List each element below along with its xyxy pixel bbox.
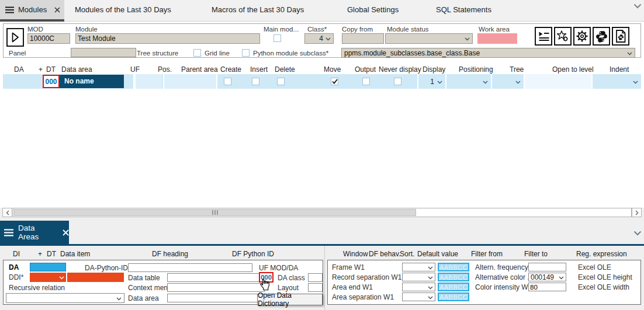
excel-ole-height-label: Excel OLE height: [578, 273, 632, 281]
checkmark-icon: [332, 79, 338, 84]
horizontal-scrollbar: [0, 208, 644, 218]
tab-label: Modules: [18, 5, 47, 14]
insert-checkbox[interactable]: [252, 78, 259, 85]
chevron-down-icon: [59, 273, 64, 281]
area-end-w1-select[interactable]: [402, 283, 435, 291]
chevron-down-icon[interactable]: [633, 229, 642, 238]
tab-data-areas[interactable]: Data Areas: [0, 221, 69, 244]
ddi-label: DDI*: [9, 273, 23, 281]
scrollbar-track[interactable]: [13, 208, 632, 217]
area-end-w1-label: Area end W1: [332, 283, 373, 291]
module-toolbar: [535, 27, 629, 46]
tab-global-settings[interactable]: Global Settings: [347, 5, 399, 14]
mod-field[interactable]: [27, 33, 70, 44]
context-menu-field[interactable]: [167, 283, 265, 292]
tab-sql-statements[interactable]: SQL Statements: [436, 5, 491, 14]
excel-ole-label: Excel OLE: [578, 263, 611, 271]
pane-splitter[interactable]: [324, 246, 325, 310]
chevron-right-icon: [635, 210, 639, 215]
panel-field[interactable]: [71, 48, 136, 57]
chevron-down-icon: [633, 78, 638, 86]
scrollbar-thumb[interactable]: [14, 209, 416, 216]
data-area-name-cell[interactable]: No name: [60, 75, 124, 88]
frame-w1-color-swatch[interactable]: AABBCC: [438, 263, 469, 271]
delete-checkbox[interactable]: [277, 78, 285, 85]
work-area-field[interactable]: [477, 33, 517, 44]
context-menu-label: Context menu: [128, 284, 172, 292]
record-separation-w1-color-swatch[interactable]: AABBCC: [438, 273, 469, 281]
display-select[interactable]: 1: [417, 74, 445, 89]
area-separation-w1-color-swatch[interactable]: AABBCC: [438, 292, 469, 301]
python-icon[interactable]: [593, 27, 610, 46]
altern-frequency-field[interactable]: [528, 263, 566, 271]
tab-modules-last-30-days[interactable]: Modules of the Last 30 Days: [75, 5, 171, 14]
data-area-field[interactable]: [167, 294, 265, 302]
open-to-level-cell[interactable]: [524, 74, 591, 89]
run-list-icon[interactable]: [535, 27, 552, 46]
create-checkbox[interactable]: [224, 78, 231, 85]
close-icon[interactable]: [54, 7, 60, 13]
run-module-button[interactable]: [6, 28, 24, 47]
col-tree: Tree: [510, 65, 524, 74]
area-separation-w1-select[interactable]: [402, 292, 435, 301]
tree-select[interactable]: [491, 74, 524, 89]
recursive-relation-select[interactable]: [6, 293, 124, 303]
hamburger-icon[interactable]: [4, 229, 13, 236]
chevron-down-icon: [116, 294, 122, 302]
python-subclass-label: Python module subclass*: [253, 50, 328, 57]
output-checkbox[interactable]: [362, 78, 370, 85]
main-mod-checkbox[interactable]: [273, 34, 281, 42]
da-python-id-label: DA-Python-ID: [85, 264, 128, 272]
close-icon[interactable]: [63, 229, 69, 236]
col-parent-area: Parent area: [181, 65, 218, 74]
main-mod-label: Main mod...: [264, 26, 299, 33]
excel-ole-width-label: Excel OLE width: [578, 283, 629, 291]
move-checkbox[interactable]: [331, 78, 338, 85]
chevron-down-icon: [437, 78, 442, 86]
python-subclass-checkbox[interactable]: [242, 49, 250, 57]
python-subclass-select[interactable]: ppms.module_subclasses.base_class.Base: [341, 48, 635, 58]
grid-line-checkbox[interactable]: [193, 49, 201, 57]
scroll-left-button[interactable]: [2, 208, 12, 217]
area-end-w1-color-swatch[interactable]: AABBCC: [438, 283, 469, 291]
col-plus[interactable]: +: [38, 250, 42, 258]
da-class-field[interactable]: [308, 273, 323, 282]
class-select[interactable]: 4: [304, 33, 334, 44]
col-filter-from: Filter from: [471, 250, 503, 258]
chevron-down-icon: [428, 293, 433, 301]
frame-w1-select[interactable]: [402, 263, 435, 271]
parent-area-cell[interactable]: [163, 74, 217, 89]
da-python-id-field[interactable]: [128, 263, 252, 272]
tab-modules[interactable]: Modules: [0, 0, 64, 19]
chevron-down-icon: [428, 283, 433, 291]
hamburger-icon[interactable]: [5, 6, 14, 13]
python-file-icon[interactable]: [612, 27, 629, 46]
data-table-field[interactable]: [167, 273, 270, 282]
copy-from-field[interactable]: [342, 33, 384, 44]
layout-field[interactable]: [308, 283, 323, 292]
color-intensity-w1-field[interactable]: [528, 283, 566, 291]
positioning-select[interactable]: [445, 74, 491, 89]
alternative-color-select[interactable]: 000149: [528, 273, 566, 281]
cursor-pointer-icon: [259, 278, 269, 292]
record-separation-w1-select[interactable]: [402, 273, 435, 281]
pos-cell[interactable]: [134, 74, 162, 89]
indent-select[interactable]: [591, 74, 641, 89]
col-df-heading: DF heading: [152, 250, 188, 258]
ddi-field[interactable]: [67, 273, 124, 282]
tab-macros-last-30-days[interactable]: Macros of the Last 30 Days: [212, 5, 304, 14]
never-display-checkbox[interactable]: [394, 78, 401, 85]
dt-key-cell[interactable]: 000: [43, 75, 60, 88]
chevron-down-icon[interactable]: [633, 2, 642, 11]
module-status-select[interactable]: [385, 33, 473, 44]
module-field[interactable]: [75, 33, 260, 44]
da-key-field[interactable]: [30, 263, 66, 271]
col-plus[interactable]: +: [39, 65, 43, 74]
settings-gear-icon[interactable]: [573, 27, 591, 46]
star-gear-icon[interactable]: [554, 27, 572, 46]
col-output: Output: [355, 65, 376, 74]
ddi-select[interactable]: [30, 273, 66, 282]
scroll-right-button[interactable]: [632, 208, 642, 217]
data-area-row[interactable]: 000 No name 1: [3, 74, 641, 89]
class-value: 4: [319, 34, 323, 43]
